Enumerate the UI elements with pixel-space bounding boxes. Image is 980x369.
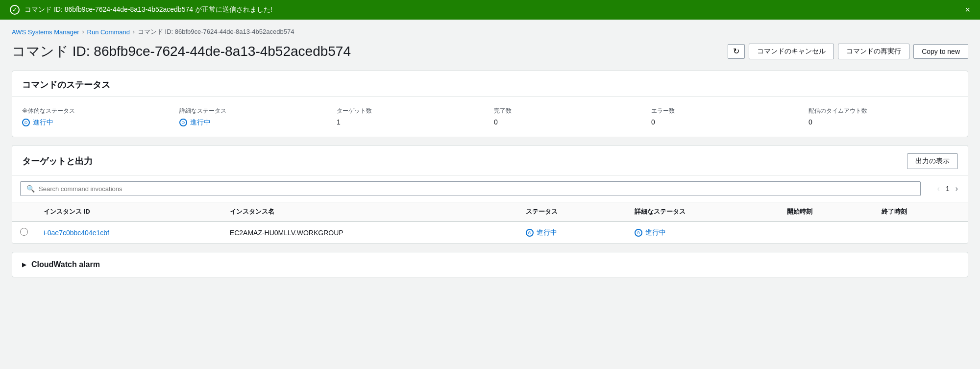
col-start-time: 開始時刻	[779, 202, 873, 221]
row-instance-name: EC2AMAZ-HU0MLLV.WORKGROUP	[222, 221, 518, 244]
rerun-command-button[interactable]: コマンドの再実行	[838, 44, 909, 59]
status-target-value: 1	[337, 118, 341, 126]
refresh-button[interactable]: ↻	[728, 44, 745, 59]
status-detailed-value: ⊙ 進行中	[179, 118, 329, 127]
pagination-current: 1	[946, 185, 950, 193]
row-status-icon: ⊙	[526, 229, 534, 237]
success-icon: ✓	[10, 5, 20, 15]
col-radio	[12, 202, 36, 221]
col-detailed-status: 詳細なステータス	[627, 202, 779, 221]
breadcrumb: AWS Systems Manager › Run Command › コマンド…	[12, 27, 968, 36]
row-detailed-status: ⊙ 進行中	[627, 221, 779, 244]
success-banner: ✓ コマンド ID: 86bfb9ce-7624-44de-8a13-4b52a…	[0, 0, 980, 20]
col-status: ステータス	[518, 202, 627, 221]
row-detailed-status-icon: ⊙	[635, 229, 642, 237]
status-detailed: 詳細なステータス ⊙ 進行中	[179, 107, 329, 127]
status-overall: 全体的なステータス ⊙ 進行中	[22, 107, 172, 127]
in-progress-icon-detailed: ⊙	[179, 119, 187, 126]
search-icon: 🔍	[26, 185, 35, 193]
banner-message: コマンド ID: 86bfb9ce-7624-44de-8a13-4b52ace…	[24, 5, 272, 14]
targets-output-title: ターゲットと出力	[22, 155, 93, 167]
copy-to-new-button[interactable]: Copy to new	[913, 44, 968, 59]
table-header-row: インスタンス ID インスタンス名 ステータス 詳細なステータス 開始時刻 終了…	[12, 202, 968, 221]
banner-content: ✓ コマンド ID: 86bfb9ce-7624-44de-8a13-4b52a…	[10, 5, 272, 15]
breadcrumb-run-command[interactable]: Run Command	[87, 28, 130, 36]
status-error-value: 0	[651, 118, 655, 126]
page-title: コマンド ID: 86bfb9ce-7624-44de-8a13-4b52ace…	[12, 42, 351, 61]
status-complete-label: 完了数	[494, 107, 643, 115]
header-actions: ↻ コマンドのキャンセル コマンドの再実行 Copy to new	[728, 44, 968, 59]
status-detailed-label: 詳細なステータス	[179, 107, 329, 115]
targets-output-header: ターゲットと出力 出力の表示	[12, 146, 968, 175]
row-start-time	[779, 221, 873, 244]
status-error-label: エラー数	[651, 107, 801, 115]
breadcrumb-aws-systems-manager[interactable]: AWS Systems Manager	[12, 28, 79, 36]
command-status-header: コマンドのステータス	[12, 71, 968, 97]
status-timeout-label: 配信のタイムアウト数	[808, 107, 958, 115]
row-status-value: ⊙ 進行中	[526, 228, 619, 237]
col-instance-id: インスタンス ID	[36, 202, 222, 221]
search-input[interactable]	[39, 185, 914, 193]
pagination-prev-button[interactable]: ‹	[935, 182, 942, 195]
cloudwatch-alarm-header[interactable]: ▶ CloudWatch alarm	[12, 252, 968, 277]
in-progress-icon-overall: ⊙	[22, 119, 30, 126]
breadcrumb-sep-2: ›	[133, 28, 135, 35]
cancel-command-button[interactable]: コマンドのキャンセル	[749, 44, 834, 59]
invocations-table: インスタンス ID インスタンス名 ステータス 詳細なステータス 開始時刻 終了…	[12, 202, 968, 244]
search-input-wrapper[interactable]: 🔍	[20, 181, 921, 196]
command-status-title: コマンドのステータス	[22, 80, 110, 90]
status-target-label: ターゲット数	[337, 107, 486, 115]
status-timeout-count: 配信のタイムアウト数 0	[808, 107, 958, 127]
row-detailed-status-value: ⊙ 進行中	[635, 228, 771, 237]
status-grid: 全体的なステータス ⊙ 進行中 詳細なステータス ⊙ 進行中 ターゲット数 1 …	[12, 97, 968, 137]
status-complete-count: 完了数 0	[494, 107, 643, 127]
status-complete-value: 0	[494, 118, 498, 126]
breadcrumb-sep-1: ›	[82, 28, 84, 35]
pagination-controls: ‹ 1 ›	[935, 182, 960, 195]
search-container: 🔍 ‹ 1 ›	[12, 175, 968, 202]
status-target-count: ターゲット数 1	[337, 107, 486, 127]
row-status: ⊙ 進行中	[518, 221, 627, 244]
status-timeout-value: 0	[808, 118, 812, 126]
table-row: i-0ae7c0bbc404e1cbf EC2AMAZ-HU0MLLV.WORK…	[12, 221, 968, 244]
status-error-count: エラー数 0	[651, 107, 801, 127]
status-overall-value: ⊙ 進行中	[22, 118, 172, 127]
show-output-button[interactable]: 出力の表示	[907, 153, 958, 169]
page-header: コマンド ID: 86bfb9ce-7624-44de-8a13-4b52ace…	[12, 42, 968, 61]
col-instance-name: インスタンス名	[222, 202, 518, 221]
breadcrumb-current: コマンド ID: 86bfb9ce-7624-44de-8a13-4b52ace…	[138, 27, 294, 36]
row-radio-cell	[12, 221, 36, 244]
pagination-next-button[interactable]: ›	[954, 182, 960, 195]
col-end-time: 終了時刻	[874, 202, 968, 221]
page-container: AWS Systems Manager › Run Command › コマンド…	[0, 20, 980, 285]
cloudwatch-alarm-card: ▶ CloudWatch alarm	[12, 252, 968, 277]
row-instance-id: i-0ae7c0bbc404e1cbf	[36, 221, 222, 244]
command-status-card: コマンドのステータス 全体的なステータス ⊙ 進行中 詳細なステータス ⊙ 進行…	[12, 71, 968, 137]
instance-id-link[interactable]: i-0ae7c0bbc404e1cbf	[44, 229, 109, 237]
targets-output-card: ターゲットと出力 出力の表示 🔍 ‹ 1 › インスタンス ID インスタンス名	[12, 145, 968, 244]
table-head: インスタンス ID インスタンス名 ステータス 詳細なステータス 開始時刻 終了…	[12, 202, 968, 221]
status-overall-label: 全体的なステータス	[22, 107, 172, 115]
cloudwatch-alarm-title: CloudWatch alarm	[31, 260, 100, 269]
row-radio-button[interactable]	[20, 228, 28, 236]
chevron-right-icon: ▶	[22, 261, 26, 268]
close-banner-button[interactable]: ×	[965, 5, 970, 14]
table-body: i-0ae7c0bbc404e1cbf EC2AMAZ-HU0MLLV.WORK…	[12, 221, 968, 244]
row-end-time	[874, 221, 968, 244]
